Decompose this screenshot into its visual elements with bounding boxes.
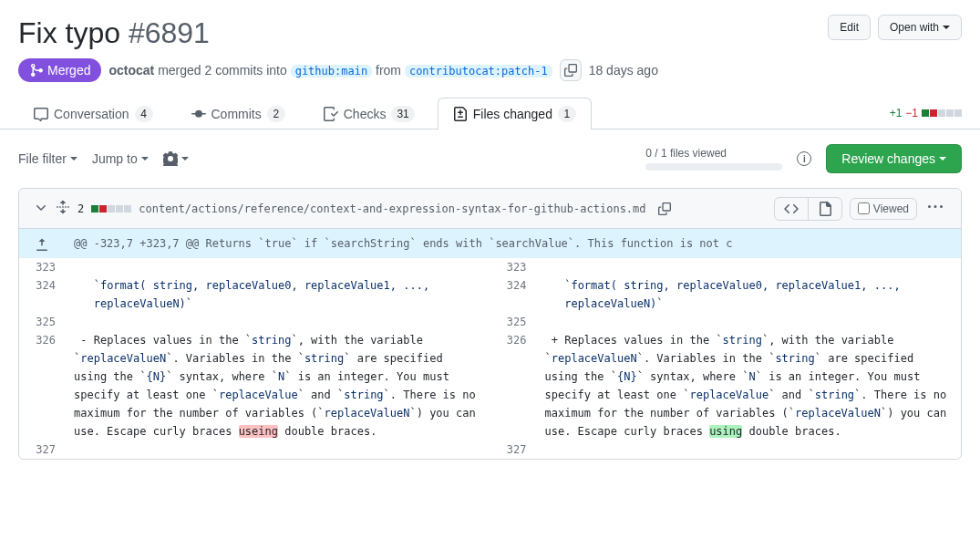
line-number-left[interactable]: 326: [19, 331, 65, 441]
line-number-right[interactable]: 326: [490, 331, 536, 441]
diff-row: 327 327: [19, 441, 961, 459]
open-with-button[interactable]: Open with: [878, 15, 962, 40]
file-change-count: 2: [77, 202, 84, 215]
expand-up-icon: [35, 237, 49, 252]
code-icon: [784, 202, 799, 216]
chevron-down-icon: [141, 157, 149, 161]
collapse-file-button[interactable]: [34, 200, 48, 217]
diffstat: +1 −1: [890, 107, 962, 119]
files-viewed-progress: 0 / 1 files viewed: [645, 147, 782, 171]
copy-icon: [658, 202, 671, 215]
head-branch[interactable]: contributocat:patch-1: [405, 65, 552, 78]
line-number-right[interactable]: 324: [490, 276, 536, 313]
line-number-left[interactable]: 325: [19, 313, 65, 331]
code-cell-right: [536, 258, 962, 276]
tab-conversation[interactable]: Conversation 4: [18, 98, 169, 130]
hunk-header: @@ -323,7 +323,7 @@ Returns `true` if `s…: [65, 229, 961, 258]
highlight-addition: using: [709, 425, 742, 438]
comment-icon: [34, 107, 48, 121]
author-link[interactable]: octocat: [108, 63, 154, 78]
chevron-down-icon: [34, 200, 48, 214]
line-number-left[interactable]: 327: [19, 441, 65, 459]
tab-checks[interactable]: Checks 31: [308, 98, 430, 130]
kebab-icon: [928, 200, 943, 214]
line-number-left[interactable]: 323: [19, 258, 65, 276]
merge-icon: [29, 63, 44, 78]
file-filter-dropdown[interactable]: File filter: [18, 151, 77, 166]
copy-path-button[interactable]: [654, 198, 676, 220]
code-cell-deletion: - Replaces values in the `string`, with …: [65, 331, 490, 441]
code-cell-left: `format( string, replaceValue0, replaceV…: [65, 276, 490, 313]
code-cell-left: [65, 258, 490, 276]
code-cell-right: `format( string, replaceValue0, replaceV…: [536, 276, 962, 313]
line-number-left[interactable]: 324: [19, 276, 65, 313]
chevron-down-icon: [939, 157, 946, 161]
unfold-icon: [56, 200, 70, 214]
state-badge: Merged: [18, 58, 101, 82]
gear-icon: [163, 151, 178, 166]
merge-description: octocat merged 2 commits into github:mai…: [108, 63, 552, 78]
chevron-down-icon: [943, 26, 950, 29]
code-cell-left: [65, 441, 490, 459]
diff-table: @@ -323,7 +323,7 @@ Returns `true` if `s…: [19, 229, 961, 459]
code-cell-right: [536, 441, 962, 459]
copy-icon: [564, 64, 577, 77]
info-icon[interactable]: i: [797, 151, 811, 166]
tab-commits[interactable]: Commits 2: [176, 98, 301, 130]
diff-row: 323 323: [19, 258, 961, 276]
chevron-down-icon: [181, 157, 189, 161]
file-diff-icon: [453, 107, 468, 121]
file-menu-button[interactable]: [924, 196, 946, 221]
file-path[interactable]: content/actions/reference/context-and-ex…: [139, 202, 645, 215]
line-number-right[interactable]: 327: [490, 441, 536, 459]
merge-time: 18 days ago: [589, 63, 658, 78]
review-changes-button[interactable]: Review changes: [826, 144, 962, 173]
line-number-right[interactable]: 325: [490, 313, 536, 331]
line-number-right[interactable]: 323: [490, 258, 536, 276]
jump-to-dropdown[interactable]: Jump to: [92, 151, 149, 166]
diff-row: 326 - Replaces values in the `string`, w…: [19, 331, 961, 441]
diff-row: 325 325: [19, 313, 961, 331]
highlight-deletion: useing: [239, 425, 278, 438]
commit-icon: [191, 107, 206, 121]
conversation-count: 4: [135, 106, 153, 122]
chevron-down-icon: [70, 157, 77, 161]
code-cell-left: [65, 313, 490, 331]
commits-count: 2: [267, 106, 285, 122]
expand-hunk-button[interactable]: [19, 229, 65, 258]
copy-branch-button[interactable]: [560, 59, 582, 81]
viewed-checkbox[interactable]: Viewed: [850, 198, 917, 220]
base-branch[interactable]: github:main: [291, 65, 372, 78]
view-source-button[interactable]: [774, 197, 809, 221]
hunk-header-row: @@ -323,7 +323,7 @@ Returns `true` if `s…: [19, 229, 961, 258]
expand-all-button[interactable]: [56, 200, 70, 217]
pr-number: #6891: [129, 16, 210, 49]
tab-files-changed[interactable]: Files changed 1: [438, 98, 592, 130]
diff-row: 324 `format( string, replaceValue0, repl…: [19, 276, 961, 313]
files-count: 1: [558, 106, 576, 122]
pr-title: Fix typo #6891: [18, 15, 820, 51]
checks-icon: [324, 107, 338, 121]
view-rendered-button[interactable]: [808, 197, 842, 221]
code-cell-right: [536, 313, 962, 331]
diff-settings-button[interactable]: [163, 151, 189, 166]
file-diffstat-blocks: [91, 205, 131, 212]
viewed-checkbox-input[interactable]: [858, 202, 870, 214]
code-cell-addition: + Replaces values in the `string`, with …: [536, 331, 962, 441]
checks-count: 31: [391, 106, 414, 122]
edit-button[interactable]: Edit: [828, 15, 871, 40]
file-icon: [818, 202, 832, 216]
